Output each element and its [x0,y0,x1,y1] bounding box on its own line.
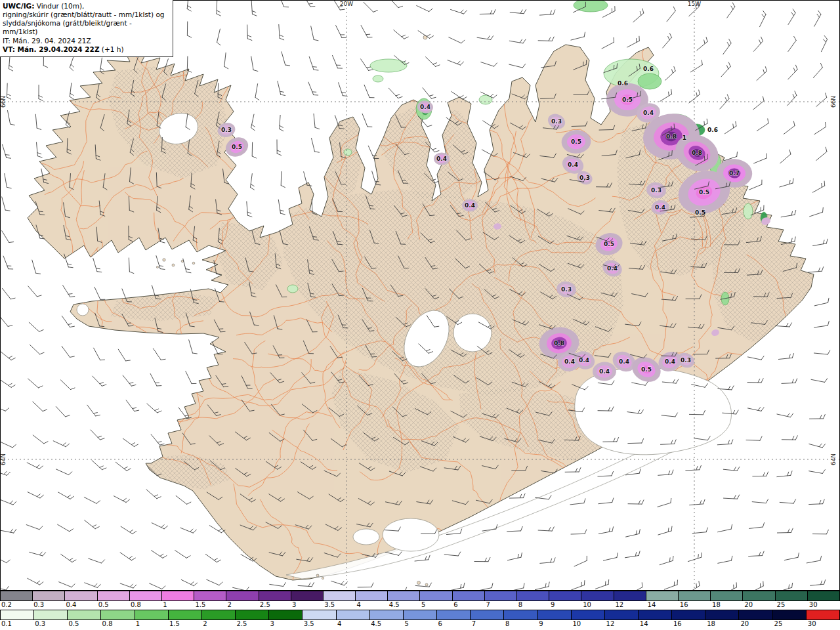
legend-segment [516,591,549,600]
legend-segment [638,610,671,620]
legend-segment [772,610,806,620]
snaefellsjokull-glacier [77,304,89,316]
legend-tick-label: 2.5 [259,601,270,608]
legend-segment [201,610,235,620]
parallel-label: 66N [0,96,7,108]
precip-value-label: 0.4 [579,357,589,364]
legend-segment [0,610,33,620]
precip-value-label: 0.6 [707,127,718,133]
legend-tick-label: 0.1 [0,620,12,627]
precip-value-label: 0.4 [655,204,665,211]
legend-segment [226,591,258,600]
legend-segment [194,591,226,600]
precip-value-label: 0.4 [564,358,575,365]
legend-segment [571,610,604,620]
legend-ticks-sleet-snow: 0.20.30.40.50.811.522.533.544.5567891012… [0,601,840,610]
legend-tick-label: 25 [773,620,783,627]
legend-tick-label: 2 [201,620,207,627]
forecast-info-box: UWC/IG: Vindur (10m), rigning/skúrir (gr… [0,0,173,57]
precip-value-label: 0.4 [599,368,610,375]
green-precip-area [287,285,298,293]
legend-tick-label: 5 [403,620,408,627]
parallel-label: 64N [0,453,7,465]
legend-tick-label: 14 [639,620,648,627]
legend-segment [742,591,774,600]
info-line-rain: rigning/skúrir (grænt/blátt/rautt - mm/1… [3,10,168,19]
legend-segment [807,591,839,600]
legend-tick-label: 16 [672,620,682,627]
legend-tick-label: 6 [452,601,457,608]
precip-value-label: 0.4 [665,358,675,365]
green-precip-area [373,75,383,82]
legend-tick-label: 12 [614,601,623,608]
legend-tick-label: 20 [743,601,753,608]
legend-segment [97,591,129,600]
legend-segment [710,591,742,600]
legend-segment [806,610,839,620]
info-line-init-time: IT: Mán. 29. 04. 2024 21Z [3,37,168,45]
legend-segment [268,610,302,620]
legend-tick-label: 7 [471,620,476,627]
legend-tick-label: 0.5 [67,620,79,627]
precip-value-label: 0.5 [571,138,581,145]
legend-tick-label: 3 [269,620,274,627]
valid-time-offset: (+1 h) [100,45,124,53]
precip-value-label: 0.4 [607,265,618,272]
legend-segment [503,610,537,620]
legend-segment [291,591,323,600]
legend-tick-label: 18 [705,620,715,627]
legend-tick-label: 7 [484,601,490,608]
legend-segment [671,610,705,620]
precip-value-label: 0.4 [465,202,475,209]
myrdalsjokull-glacier [383,518,439,551]
legend: 0.20.30.40.50.811.522.533.544.5567891012… [0,591,840,629]
legend-segment [259,591,291,600]
legend-segment [537,610,571,620]
legend-segment [436,610,470,620]
precip-value-label: 0.8 [666,133,677,140]
legend-tick-label: 30 [807,620,816,627]
legend-bar-sleet-snow [0,591,840,601]
legend-segment [64,591,96,600]
legend-segment [129,591,161,600]
legend-tick-label: 0.4 [64,601,76,608]
precip-value-label: 0.4 [619,358,629,365]
legend-segment [775,591,807,600]
precip-value-label: 0.3 [561,286,572,293]
legend-segment [549,591,581,600]
legend-tick-label: 2.5 [235,620,247,627]
legend-segment [135,610,168,620]
legend-tick-label: 8 [517,601,522,608]
title-rest: Vindur (10m), [34,2,84,10]
legend-tick-label: 0.8 [129,601,141,608]
precip-value-label: 0.6 [643,66,654,72]
precip-value-label: 0.5 [604,241,614,247]
legend-segment [738,610,772,620]
legend-segment [100,610,134,620]
legend-tick-label: 0.3 [32,601,44,608]
legend-tick-label: 4 [336,620,341,627]
green-precip-area [638,74,662,89]
legend-segment [33,610,67,620]
legend-segment [161,591,194,600]
legend-segment [678,591,710,600]
eyjafjallajokull-glacier [353,529,379,545]
legend-segment [403,610,436,620]
info-line-valid-time: VT: Mán. 29.04.2024 22Z (+1 h) [3,45,168,54]
legend-tick-label: 20 [739,620,749,627]
legend-tick-label: 6 [437,620,442,627]
legend-tick-label: 30 [808,601,818,608]
precip-value-label: 0.4 [420,104,430,110]
legend-tick-label: 3.5 [303,620,314,627]
legend-segment [484,591,516,600]
precip-value-label: 0.5 [695,209,705,216]
legend-tick-label: 0.5 [97,601,109,608]
legend-segment [336,610,369,620]
legend-tick-label: 4.5 [388,601,400,608]
legend-segment [355,591,387,600]
precip-value-label: 1 [682,135,686,141]
map-area: 20W15W66N66N64N64N 0.30.50.30.50.40.30.5… [0,0,840,591]
precip-value-label: 0.8 [554,340,564,346]
green-precip-area [344,149,352,156]
legend-segment [387,591,419,600]
